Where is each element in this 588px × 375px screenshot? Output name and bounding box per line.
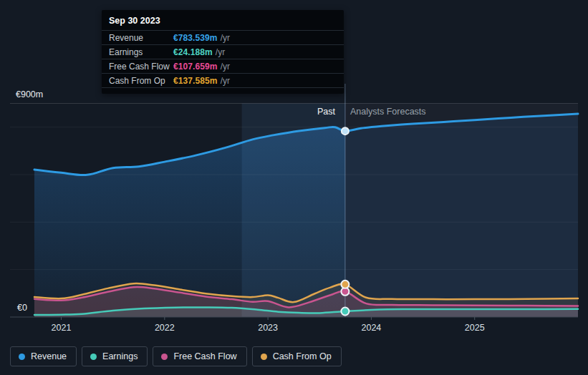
legend-dot <box>19 354 25 360</box>
chart-tooltip: Sep 30 2023 Revenue€783.539m/yrEarnings€… <box>102 10 344 94</box>
x-tick-label-2024: 2024 <box>354 323 388 333</box>
legend-label: Earnings <box>102 351 138 361</box>
tooltip-row-unit: /yr <box>221 62 230 72</box>
chart-legend: RevenueEarningsFree Cash FlowCash From O… <box>10 346 342 366</box>
tooltip-row-unit: /yr <box>221 33 230 43</box>
tooltip-row-value: €107.659m <box>173 62 218 72</box>
legend-item-cash-from-op[interactable]: Cash From Op <box>252 346 342 366</box>
tooltip-row: Revenue€783.539m/yr <box>102 31 344 45</box>
past-label: Past <box>294 107 335 117</box>
tooltip-row-label: Revenue <box>109 33 173 43</box>
legend-item-revenue[interactable]: Revenue <box>10 346 77 366</box>
legend-dot <box>161 354 168 360</box>
legend-dot <box>90 354 97 360</box>
past-year-band <box>242 104 345 318</box>
earnings-revenue-growth-chart: Sep 30 2023 Revenue€783.539m/yrEarnings€… <box>0 0 588 375</box>
tooltip-row: Earnings€24.188m/yr <box>102 45 344 59</box>
marker-earnings[interactable] <box>341 307 349 315</box>
x-tick-label-2025: 2025 <box>458 323 492 333</box>
tooltip-rows: Revenue€783.539m/yrEarnings€24.188m/yrFr… <box>102 31 344 88</box>
tooltip-row-value: €783.539m <box>173 33 218 43</box>
tooltip-row-unit: /yr <box>216 47 225 57</box>
x-tick-label-2021: 2021 <box>44 323 79 333</box>
legend-item-earnings[interactable]: Earnings <box>82 346 148 366</box>
tooltip-row: Free Cash Flow€107.659m/yr <box>102 59 344 74</box>
legend-item-free-cash-flow[interactable]: Free Cash Flow <box>153 346 246 366</box>
legend-dot <box>261 354 267 360</box>
tooltip-row-label: Cash From Op <box>109 76 173 86</box>
tooltip-row-label: Earnings <box>109 47 173 57</box>
tooltip-row: Cash From Op€137.585m/yr <box>102 74 344 88</box>
tooltip-date: Sep 30 2023 <box>102 10 344 31</box>
y-axis-max-label: €900m <box>16 89 43 99</box>
tooltip-row-unit: /yr <box>221 76 230 86</box>
legend-label: Revenue <box>31 351 67 361</box>
tooltip-row-label: Free Cash Flow <box>109 62 173 72</box>
tooltip-row-value: €24.188m <box>173 47 213 57</box>
legend-label: Cash From Op <box>273 351 332 361</box>
legend-label: Free Cash Flow <box>173 351 236 361</box>
x-tick-label-2022: 2022 <box>148 323 182 333</box>
marker-revenue[interactable] <box>342 127 349 135</box>
marker-cash-from-op[interactable] <box>341 281 349 288</box>
x-tick-label-2023: 2023 <box>251 323 285 333</box>
y-axis-zero-label: €0 <box>17 303 27 313</box>
analysts-forecasts-label: Analysts Forecasts <box>350 107 426 117</box>
tooltip-row-value: €137.585m <box>173 76 218 86</box>
